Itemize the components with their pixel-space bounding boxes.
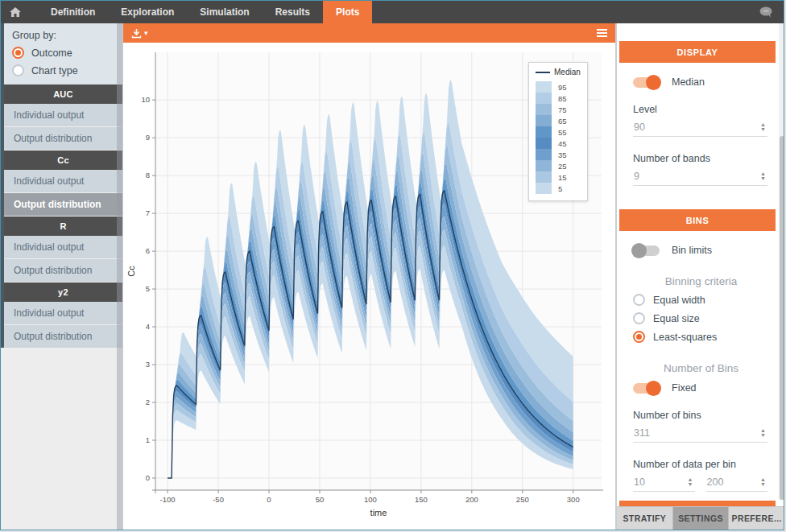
band-label: 35 (552, 151, 567, 159)
level-value[interactable]: 90 (634, 122, 645, 133)
number-of-bins-value[interactable]: 311 (634, 427, 650, 439)
sidebar-item-y2-individual-output[interactable]: Individual output (4, 302, 122, 324)
criteria-option-least-squares[interactable]: Least-squares (633, 331, 784, 343)
number-of-bands-value[interactable]: 9 (634, 171, 639, 182)
axis-tick-label: 9 (146, 133, 150, 142)
chart-legend: Median 95 85 75 65 55 45 35 25 15 5 (528, 62, 588, 201)
speech-bubble-icon (759, 6, 774, 19)
tab-preferences[interactable]: PREFERE... (729, 507, 784, 530)
home-button[interactable] (9, 6, 22, 18)
fixed-toggle-label: Fixed (672, 382, 697, 394)
bin-limits-toggle[interactable] (633, 245, 660, 256)
app-window: Definition Exploration Simulation Result… (0, 0, 784, 530)
level-field[interactable]: 90 ▲▼ (633, 118, 767, 137)
number-of-bins-field[interactable]: 311 ▲▼ (633, 424, 767, 443)
data-per-bin-min-stepper[interactable]: ▲▼ (688, 477, 693, 487)
tab-settings[interactable]: SETTINGS (673, 507, 730, 530)
axis-tick-label: 6 (146, 246, 150, 255)
sidebar-item-auc-individual-output[interactable]: Individual output (4, 104, 122, 126)
number-of-bands-field[interactable]: 9 ▲▼ (633, 167, 767, 186)
data-per-bin-min-value[interactable]: 10 (634, 476, 645, 488)
data-per-bin-label: Number of data per bin (633, 459, 784, 470)
bands-stepper[interactable]: ▲▼ (760, 171, 766, 181)
binning-criteria-heading: Binning criteria (617, 275, 784, 287)
sidebar-item-r-individual-output[interactable]: Individual output (4, 236, 122, 258)
y-axis-label: Cc (126, 266, 136, 277)
axis-tick-label: 3 (146, 360, 150, 369)
data-per-bin-max-value[interactable]: 200 (707, 476, 724, 488)
criteria-option-equal-width[interactable]: Equal width (633, 294, 784, 306)
stepper-down-icon[interactable]: ▼ (760, 127, 766, 132)
sidebar-item-r-output-distribution[interactable]: Output distribution (4, 259, 122, 282)
sidebar-scrollbar[interactable] (117, 23, 122, 530)
band-label: 25 (552, 162, 567, 171)
sidebar-item-auc-output-distribution[interactable]: Output distribution (4, 127, 122, 150)
x-axis-label: time (370, 508, 387, 518)
data-per-bin-fields: 10 ▲▼ 200 ▲▼ (633, 473, 767, 492)
sidebar-item-cc-individual-output[interactable]: Individual output (4, 170, 122, 192)
band-swatch (536, 171, 552, 183)
chart-card: ▾ 012345678910-100-50050100150200250300C… (123, 23, 615, 530)
criteria-option-equal-size[interactable]: Equal size (633, 312, 784, 324)
number-of-bins-heading: Number of Bins (617, 362, 784, 374)
bins-section-header: BINS (619, 209, 776, 231)
settings-scrollbar[interactable] (779, 23, 784, 500)
band-swatch (536, 160, 552, 171)
bins-count-stepper[interactable]: ▲▼ (760, 428, 766, 438)
radio-equal-width[interactable] (633, 294, 645, 306)
band-label: 5 (552, 184, 562, 193)
nav-tabs: Definition Exploration Simulation Result… (38, 1, 372, 23)
sidebar-item-cc-output-distribution[interactable]: Output distribution (4, 193, 122, 216)
legend-band-row: 45 (536, 138, 581, 149)
settings-panel-tabs: STRATIFY SETTINGS PREFERE... (617, 506, 784, 530)
axis-tick-label: 7 (146, 208, 150, 217)
bin-limits-toggle-row: Bin limits (633, 245, 784, 256)
stepper-down-icon[interactable]: ▼ (688, 482, 693, 487)
group-by-option-chart-type[interactable]: Chart type (12, 64, 114, 76)
radio-chart-type[interactable] (12, 64, 24, 76)
axis-tick-label: 0 (267, 495, 271, 504)
legend-band-row: 15 (536, 171, 581, 183)
nav-tab-results[interactable]: Results (263, 1, 323, 23)
nav-tab-definition[interactable]: Definition (38, 1, 108, 23)
radio-outcome[interactable] (12, 47, 24, 59)
feedback-button[interactable] (759, 6, 774, 19)
nav-tab-exploration[interactable]: Exploration (108, 1, 187, 23)
fixed-toggle[interactable] (633, 383, 660, 394)
stepper-down-icon[interactable]: ▼ (760, 433, 766, 438)
section-header-auc: AUC (4, 85, 122, 104)
data-per-bin-max-stepper[interactable]: ▲▼ (760, 477, 766, 487)
section-header-cc: Cc (4, 151, 122, 170)
data-per-bin-min-field[interactable]: 10 ▲▼ (633, 473, 695, 492)
chart-menu-button[interactable] (597, 29, 607, 37)
download-icon (131, 28, 142, 39)
least-squares-label: Least-squares (653, 332, 717, 343)
stepper-down-icon[interactable]: ▼ (760, 482, 766, 487)
legend-band-row: 85 (536, 93, 581, 104)
equal-width-label: Equal width (653, 295, 705, 306)
radio-equal-size[interactable] (633, 312, 645, 324)
legend-band-row: 25 (536, 160, 581, 171)
tab-stratify[interactable]: STRATIFY (617, 507, 673, 530)
axis-tick-label: -50 (213, 495, 224, 504)
radio-chart-type-label: Chart type (31, 65, 78, 76)
nav-tab-simulation[interactable]: Simulation (187, 1, 262, 23)
legend-median-label: Median (554, 68, 581, 76)
legend-band-row: 35 (536, 149, 581, 160)
scrollbar-thumb[interactable] (780, 136, 784, 500)
export-button[interactable]: ▾ (131, 28, 148, 39)
band-swatch (536, 149, 552, 160)
median-toggle[interactable] (633, 77, 660, 88)
band-swatch (536, 104, 552, 115)
radio-least-squares[interactable] (633, 331, 645, 343)
group-by-option-outcome[interactable]: Outcome (12, 47, 114, 59)
band-label: 15 (552, 173, 567, 182)
fixed-toggle-row: Fixed (633, 382, 784, 394)
home-icon (9, 6, 22, 18)
level-stepper[interactable]: ▲▼ (760, 122, 766, 132)
group-by-panel: Group by: Outcome Chart type (4, 23, 122, 85)
stepper-down-icon[interactable]: ▼ (760, 176, 766, 181)
data-per-bin-max-field[interactable]: 200 ▲▼ (706, 473, 768, 492)
nav-tab-plots[interactable]: Plots (323, 1, 372, 23)
sidebar-item-y2-output-distribution[interactable]: Output distribution (4, 325, 122, 348)
